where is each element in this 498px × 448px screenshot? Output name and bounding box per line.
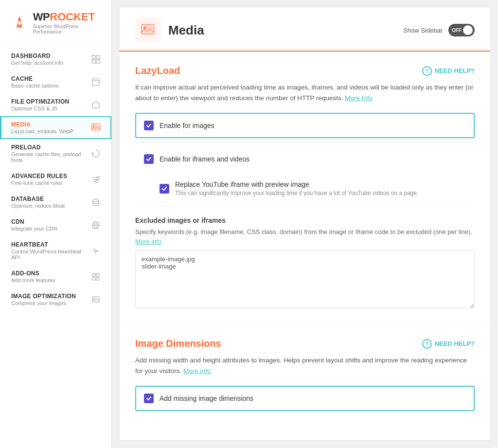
logo-area: WP ROCKET Superior WordPress Performance [0,0,111,44]
image-dimensions-need-help[interactable]: ? NEED HELP? [422,339,475,349]
image-dimensions-section: Image Dimensions ? NEED HELP? Add missin… [120,324,490,428]
enable-iframes-row: Enable for iframes and videos [135,146,475,172]
image-dimensions-title: Image Dimensions [135,338,221,349]
dashboard-icon [90,54,102,65]
need-help-icon: ? [422,66,432,76]
svg-rect-20 [92,273,95,276]
image-dimensions-need-help-icon: ? [422,339,432,349]
svg-point-25 [94,298,95,299]
replace-youtube-row: Replace YouTube iframe with preview imag… [151,175,475,202]
sidebar-item-heartbeat[interactable]: HEARTBEAT Control WordPress Heartbeat AP… [0,236,111,265]
enable-iframes-checkbox[interactable] [144,154,154,164]
logo-tagline: Superior WordPress Performance [33,24,102,35]
show-sidebar-label: Show Sidebar [403,27,443,34]
replace-youtube-checkbox[interactable] [160,184,169,194]
add-missing-dimensions-checkbox[interactable] [144,394,154,403]
svg-rect-23 [96,277,99,280]
sidebar-item-cache[interactable]: CACHE Basic cache options [0,71,111,93]
svg-rect-22 [92,277,95,280]
add-missing-dimensions-label: Add missing image dimensions [160,394,253,402]
sidebar-item-cdn[interactable]: CDN Integrate your CDN [0,214,111,236]
svg-rect-4 [92,60,95,63]
preload-icon [90,148,102,160]
lazyload-section: LazyLoad ? NEED HELP? It can improve act… [120,52,490,324]
divider-1 [135,142,475,143]
cache-icon [90,76,102,88]
logo-rocket: ROCKET [50,11,95,23]
svg-rect-26 [142,24,154,34]
page-icon [135,18,160,43]
logo-wp: WP [33,11,50,23]
lazyload-description: It can improve actual and perceived load… [135,82,475,103]
cdn-icon [90,219,102,231]
toggle-knob [463,25,473,35]
file-optimization-icon [90,99,102,111]
page-header: Media Show Sidebar OFF [120,8,490,52]
enable-iframes-label: Enable for iframes and videos [160,155,249,163]
sidebar-item-advanced-rules[interactable]: ADVANCED RULES Fine-tune cache rules [0,168,111,191]
svg-marker-8 [92,102,99,108]
add-missing-dimensions-row: Add missing image dimensions [135,386,475,411]
divider-2 [135,206,475,207]
database-icon [90,197,102,208]
heartbeat-icon [90,245,102,257]
svg-point-16 [93,199,99,201]
media-icon [90,122,102,134]
svg-point-10 [93,125,95,127]
svg-rect-21 [96,273,99,276]
lazyload-need-help[interactable]: ? NEED HELP? [422,66,475,76]
image-dimensions-more-info-link[interactable]: More info [183,367,211,375]
svg-rect-5 [96,60,100,63]
excluded-section: Excluded images or iframes Specify keywo… [135,216,475,310]
svg-rect-3 [96,55,100,59]
svg-rect-9 [91,124,100,130]
svg-rect-24 [92,297,99,302]
excluded-more-info-link[interactable]: More info [135,238,161,245]
excluded-label: Excluded images or iframes [135,216,475,224]
svg-rect-2 [92,55,95,59]
excluded-textarea[interactable]: example-image.jpg slider-image [135,250,475,308]
sidebar-item-dashboard[interactable]: DASHBOARD Get help, account info [0,48,111,71]
image-dimensions-description: Add missing width and height attributes … [135,355,475,376]
addons-icon [90,271,102,283]
lazyload-more-info-link[interactable]: More Info [345,94,373,102]
advanced-rules-icon [90,174,102,185]
svg-rect-6 [92,79,99,86]
svg-rect-15 [95,180,98,182]
svg-rect-12 [97,177,99,179]
sidebar-item-file-optimization[interactable]: FILE OPTIMIZATION Optimize CSS & JS [0,93,111,116]
sidebar-item-database[interactable]: DATABASE Optimize, reduce bloat [0,191,111,214]
enable-images-checkbox[interactable] [144,121,154,130]
svg-point-1 [18,21,21,24]
enable-images-label: Enable for images [160,122,214,129]
sidebar-item-preload[interactable]: PRELOAD Generate cache files, preload fo… [0,139,111,168]
replace-youtube-desc: This can significantly improve your load… [175,190,419,197]
page-title: Media [168,23,204,38]
lazyload-title: LazyLoad [135,65,180,76]
replace-youtube-label: Replace YouTube iframe with preview imag… [175,180,419,188]
excluded-desc: Specify keywords (e.g. image filename, C… [135,227,475,246]
image-optimization-icon [90,294,102,305]
nav-menu: DASHBOARD Get help, account info CACHE B… [0,44,111,448]
sidebar-toggle[interactable]: OFF [448,24,475,36]
sidebar-item-image-optimization[interactable]: IMAGE OPTIMIZATION Compress your images [0,288,111,311]
logo-icon [10,12,29,34]
main-content: Media Show Sidebar OFF LazyLoad ? NEED H… [120,8,490,440]
sidebar-item-addons[interactable]: ADD-ONS Add more features [0,265,111,288]
enable-images-row: Enable for images [135,113,475,138]
sidebar-item-media[interactable]: MEDIA LazyLoad, embeds, WebP [0,116,111,139]
sidebar: WP ROCKET Superior WordPress Performance… [0,0,112,448]
